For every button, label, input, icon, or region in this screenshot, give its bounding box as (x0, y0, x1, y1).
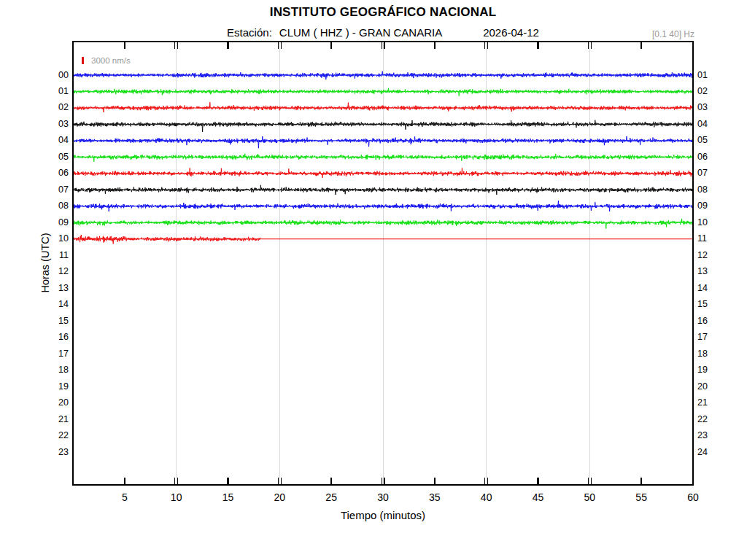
right-hour-label-06: 06 (697, 152, 724, 163)
x-tick-label-50: 50 (573, 491, 605, 503)
left-hour-label-01: 01 (42, 86, 69, 97)
right-hour-label-01: 01 (697, 70, 724, 81)
left-hour-label-23: 23 (42, 447, 69, 458)
scale-label: 3000 nm/s (91, 56, 131, 65)
right-hour-label-09: 09 (697, 201, 724, 211)
left-hour-label-16: 16 (42, 332, 69, 343)
right-hour-label-22: 22 (697, 414, 724, 425)
x-tick-label-25: 25 (315, 491, 347, 503)
x-tick-label-45: 45 (522, 491, 554, 503)
right-hour-label-16: 16 (697, 316, 724, 327)
right-hour-label-13: 13 (697, 266, 724, 277)
x-tick-label-60: 60 (677, 491, 709, 503)
right-hour-label-20: 20 (697, 381, 724, 392)
left-hour-label-03: 03 (42, 119, 69, 130)
right-hour-label-15: 15 (697, 299, 724, 310)
left-hour-label-07: 07 (42, 184, 69, 195)
seismic-trace-hour-10 (73, 235, 260, 244)
right-hour-label-04: 04 (697, 119, 724, 130)
right-hour-label-02: 02 (697, 86, 724, 97)
right-hour-label-03: 03 (697, 102, 724, 113)
left-hour-label-17: 17 (42, 349, 69, 359)
x-tick-label-30: 30 (367, 491, 399, 503)
left-hour-label-04: 04 (42, 135, 69, 146)
helicorder-plot (0, 0, 747, 560)
amplitude-scale-legend: 3000 nm/s (82, 56, 131, 65)
right-hour-label-08: 08 (697, 184, 724, 195)
scale-tick-icon (82, 57, 84, 64)
left-hour-label-15: 15 (42, 316, 69, 327)
right-hour-label-14: 14 (697, 283, 724, 294)
right-hour-label-05: 05 (697, 135, 724, 146)
left-hour-label-06: 06 (42, 168, 69, 179)
left-hour-label-20: 20 (42, 397, 69, 408)
x-tick-label-5: 5 (109, 491, 141, 503)
left-hour-label-02: 02 (42, 102, 69, 113)
right-hour-label-23: 23 (697, 430, 724, 441)
right-hour-label-12: 12 (697, 250, 724, 261)
x-tick-label-55: 55 (625, 491, 657, 503)
left-hour-label-00: 00 (42, 70, 69, 81)
right-hour-label-17: 17 (697, 332, 724, 343)
right-hour-label-07: 07 (697, 168, 724, 179)
x-tick-label-20: 20 (263, 491, 295, 503)
left-hour-label-19: 19 (42, 381, 69, 392)
left-hour-label-21: 21 (42, 414, 69, 425)
x-tick-label-40: 40 (471, 491, 503, 503)
x-tick-label-10: 10 (160, 491, 193, 503)
left-hour-label-05: 05 (42, 152, 69, 163)
left-hour-label-18: 18 (42, 365, 69, 376)
right-hour-label-19: 19 (697, 365, 724, 376)
x-tick-label-35: 35 (419, 491, 451, 503)
x-axis-title: Tiempo (minutos) (73, 509, 693, 521)
left-hour-label-22: 22 (42, 430, 69, 441)
right-hour-label-24: 24 (697, 447, 724, 458)
y-axis-title: Horas (UTC) (39, 212, 52, 314)
right-hour-label-11: 11 (697, 233, 724, 244)
right-hour-label-18: 18 (697, 349, 724, 359)
right-hour-label-21: 21 (697, 397, 724, 408)
x-tick-label-15: 15 (212, 491, 244, 503)
left-hour-label-08: 08 (42, 201, 69, 211)
right-hour-label-10: 10 (697, 217, 724, 228)
helicorder-page: INSTITUTO GEOGRÁFICO NACIONAL Estación: … (0, 0, 747, 560)
